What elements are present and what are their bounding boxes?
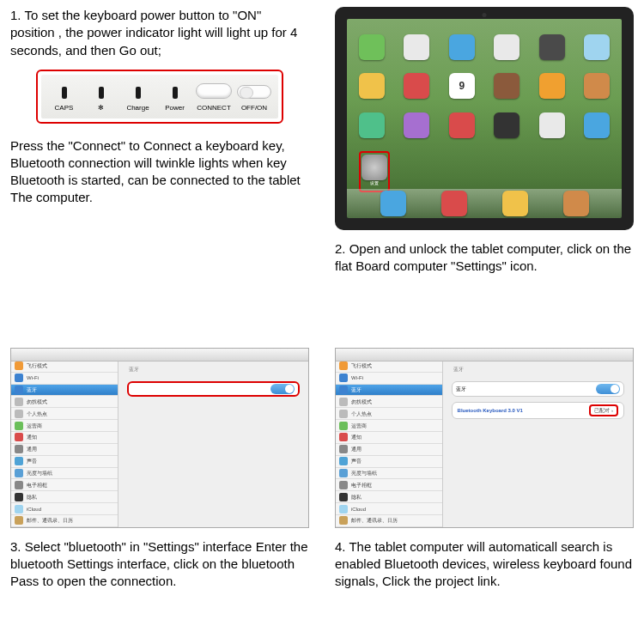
sidebar-item[interactable]: 邮件、通讯录、日历 [11, 515, 118, 527]
sidebar-item[interactable]: 个人热点 [336, 408, 442, 420]
sidebar-item[interactable]: iCloud [336, 503, 442, 515]
sidebar-item[interactable]: 隐私 [11, 491, 118, 503]
sidebar-item[interactable]: 隐私 [336, 491, 442, 503]
sidebar-item[interactable]: 勿扰模式 [11, 396, 118, 408]
sidebar-item-label: 声音 [351, 458, 361, 465]
app-icon[interactable] [449, 34, 475, 60]
app-icon[interactable] [359, 112, 385, 138]
sidebar-item-label: 亮度与墙纸 [351, 470, 377, 477]
sidebar-item[interactable]: 电子相框 [336, 479, 442, 491]
sidebar-item[interactable]: 声音 [336, 456, 442, 468]
sidebar-item[interactable]: 个人热点 [11, 408, 118, 420]
sidebar-item[interactable]: 亮度与墙纸 [336, 468, 442, 480]
sidebar-item[interactable]: 通知 [336, 432, 442, 444]
app-icon[interactable] [539, 73, 565, 99]
sidebar-item[interactable]: 蓝牙 [11, 385, 118, 397]
step-1: 1. To set the keyboard power button to "… [10, 7, 309, 322]
sidebar-item-label: Wi-Fi [27, 374, 39, 381]
app-icon[interactable] [539, 112, 565, 138]
bt-row-label: 蓝牙 [456, 386, 466, 392]
app-icon[interactable] [494, 34, 519, 60]
app-row-2: 9 [359, 73, 610, 99]
bluetooth-toggle[interactable] [596, 384, 620, 394]
app-icon[interactable] [539, 34, 565, 60]
charge-indicator: Charge [122, 87, 154, 113]
sidebar-item[interactable]: iCloud [11, 503, 118, 515]
sidebar-item[interactable]: 邮件、通讯录、日历 [336, 515, 442, 527]
home-screen: 9 设置 [347, 19, 622, 218]
off-on-switch[interactable] [237, 85, 271, 99]
calendar-app-icon[interactable]: 9 [449, 73, 475, 99]
sidebar-item-label: 蓝牙 [27, 386, 37, 393]
found-device-row[interactable]: Bluetooth Keyboard 3.0 V1 已配对 › [452, 402, 624, 419]
device-name: Bluetooth Keyboard 3.0 V1 [458, 407, 523, 414]
settings-app-icon[interactable] [361, 155, 387, 180]
app-icon[interactable] [584, 73, 610, 99]
sidebar-item-icon [15, 481, 23, 489]
connect-control: CONNECT [196, 83, 232, 113]
sidebar-item[interactable]: 飞行模式 [11, 361, 118, 373]
step2-caption: 2. Open and unlock the tablet computer, … [335, 240, 634, 276]
sidebar-item[interactable]: 电子相框 [11, 479, 118, 491]
bluetooth-toggle-row[interactable]: 蓝牙 [452, 381, 624, 397]
bluetooth-toggle[interactable] [270, 384, 295, 394]
dock-app-icon[interactable] [563, 191, 589, 216]
caps-indicator: CAPS [48, 87, 80, 113]
app-icon[interactable] [584, 112, 610, 138]
dock-app-icon[interactable] [380, 191, 406, 216]
power-switch-control: OFF/ON [237, 85, 271, 113]
sidebar-item-icon [15, 445, 23, 453]
bt-led-icon [99, 87, 104, 99]
app-icon[interactable] [494, 73, 519, 99]
settings-sidebar: 飞行模式Wi-Fi蓝牙勿扰模式个人热点运营商通知通用声音亮度与墙纸电子相框隐私i… [11, 349, 118, 527]
connect-button[interactable] [196, 83, 232, 99]
sidebar-item[interactable]: 勿扰模式 [336, 396, 442, 408]
sidebar-item[interactable]: 亮度与墙纸 [11, 468, 118, 480]
sidebar-item-label: 勿扰模式 [27, 398, 47, 405]
sidebar-item[interactable]: Wi-Fi [11, 373, 118, 385]
chevron-right-icon: › [611, 407, 613, 414]
bluetooth-toggle-row[interactable] [127, 381, 300, 397]
sidebar-item[interactable]: 蓝牙 [336, 385, 442, 397]
app-icon[interactable] [359, 34, 385, 60]
dock-app-icon[interactable] [502, 191, 528, 216]
caps-label: CAPS [55, 104, 74, 113]
dock [347, 189, 622, 218]
sidebar-item-icon [15, 386, 23, 394]
sidebar-item-label: 隐私 [27, 494, 37, 501]
app-icon[interactable] [359, 73, 385, 99]
sidebar-item-icon [339, 361, 348, 370]
app-row-1 [359, 34, 610, 60]
sidebar-item-label: 个人热点 [27, 410, 47, 417]
sidebar-item-label: 声音 [27, 458, 37, 465]
settings-app-label: 设置 [370, 180, 379, 186]
keyboard-diagram: CAPS ✻ Charge Power CONNECT OFF/ON [36, 70, 283, 124]
sidebar-item-icon [15, 505, 23, 513]
sidebar-item[interactable]: 声音 [11, 456, 118, 468]
sidebar-item[interactable]: Wi-Fi [336, 373, 442, 385]
app-icon[interactable] [404, 73, 429, 99]
sidebar-item-icon [339, 422, 348, 430]
app-icon[interactable] [404, 112, 429, 138]
sidebar-item-icon [15, 361, 23, 370]
sidebar-item[interactable]: 通知 [11, 432, 118, 444]
step-3: 飞行模式Wi-Fi蓝牙勿扰模式个人热点运营商通知通用声音亮度与墙纸电子相框隐私i… [10, 348, 309, 637]
settings-screenshot-3: 飞行模式Wi-Fi蓝牙勿扰模式个人热点运营商通知通用声音亮度与墙纸电子相框隐私i… [10, 348, 309, 528]
bt-label: ✻ [98, 104, 104, 113]
sidebar-item-icon [339, 516, 348, 525]
sidebar-item[interactable]: 通用 [11, 444, 118, 456]
sidebar-item[interactable]: 运营商 [336, 420, 442, 432]
step-4: 飞行模式Wi-Fi蓝牙勿扰模式个人热点运营商通知通用声音亮度与墙纸电子相框隐私i… [335, 348, 634, 637]
sidebar-item[interactable]: 通用 [336, 444, 442, 456]
sidebar-item-icon [15, 457, 23, 465]
power-indicator: Power [159, 87, 191, 113]
app-icon[interactable] [494, 112, 519, 138]
dock-app-icon[interactable] [441, 191, 467, 216]
sidebar-item-label: 个人热点 [351, 410, 372, 417]
app-icon[interactable] [404, 34, 429, 60]
sidebar-item-label: 邮件、通讯录、日历 [351, 517, 398, 524]
app-icon[interactable] [584, 34, 610, 60]
app-icon[interactable] [449, 112, 475, 138]
sidebar-item[interactable]: 飞行模式 [336, 361, 442, 373]
sidebar-item[interactable]: 运营商 [11, 420, 118, 432]
